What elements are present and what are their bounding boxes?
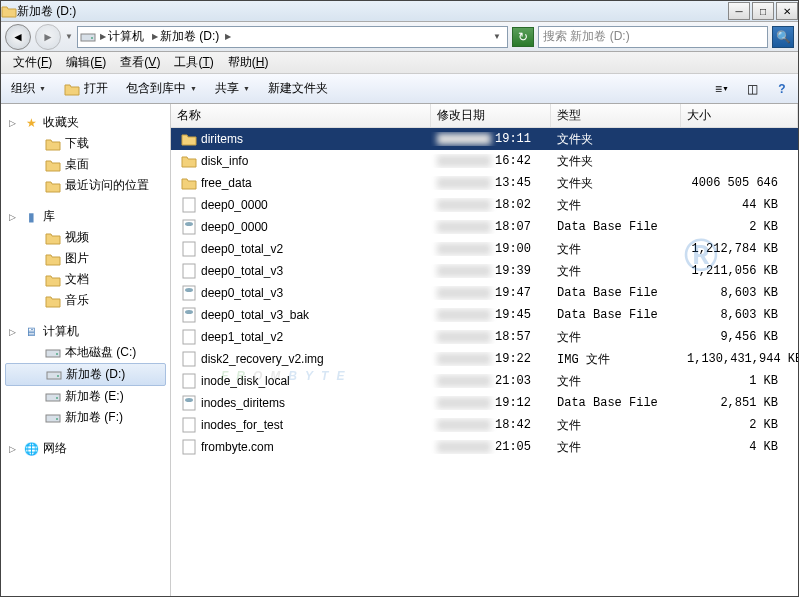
menu-f[interactable]: 文件(F) xyxy=(7,52,58,73)
preview-pane-button[interactable]: ◫ xyxy=(742,79,762,99)
file-name: deep1_total_v2 xyxy=(201,330,283,344)
file-size: 2 KB xyxy=(681,220,798,234)
sidebar-item[interactable]: 新加卷 (E:) xyxy=(1,386,170,407)
share-button[interactable]: 共享 ▼ xyxy=(211,78,254,99)
file-row[interactable]: inodes_for_test18:42文件2 KB xyxy=(171,414,798,436)
maximize-button[interactable]: □ xyxy=(752,2,774,20)
file-row[interactable]: deep0_total_v319:39文件1,211,056 KB xyxy=(171,260,798,282)
close-button[interactable]: ✕ xyxy=(776,2,798,20)
svg-rect-6 xyxy=(46,394,60,401)
file-type: 文件夹 xyxy=(551,153,681,170)
menu-t[interactable]: 工具(T) xyxy=(168,52,219,73)
menu-e[interactable]: 编辑(E) xyxy=(60,52,112,73)
sidebar-item[interactable]: 最近访问的位置 xyxy=(1,175,170,196)
file-size: 4 KB xyxy=(681,440,798,454)
file-row[interactable]: deep0_000018:07Data Base File2 KB xyxy=(171,216,798,238)
sidebar-item[interactable]: 视频 xyxy=(1,227,170,248)
column-size[interactable]: 大小 xyxy=(681,104,798,127)
file-name: deep0_total_v3_bak xyxy=(201,308,309,322)
file-type: Data Base File xyxy=(551,308,681,322)
sidebar-item[interactable]: 下载 xyxy=(1,133,170,154)
file-type: 文件 xyxy=(551,373,681,390)
file-name: deep0_total_v3 xyxy=(201,264,283,278)
file-size: 9,456 KB xyxy=(681,330,798,344)
file-type: 文件 xyxy=(551,417,681,434)
view-options-button[interactable]: ≡ ▼ xyxy=(712,79,732,99)
address-dropdown-icon[interactable]: ▼ xyxy=(489,32,505,41)
file-row[interactable]: deep0_total_v319:47Data Base File8,603 K… xyxy=(171,282,798,304)
sidebar-item[interactable]: 本地磁盘 (C:) xyxy=(1,342,170,363)
sidebar-group[interactable]: ▷▮库 xyxy=(1,206,170,227)
file-size: 44 KB xyxy=(681,198,798,212)
file-row[interactable]: diritems19:11文件夹 xyxy=(171,128,798,150)
sidebar: ▷★收藏夹下载桌面最近访问的位置▷▮库视频图片文档音乐▷🖥计算机本地磁盘 (C:… xyxy=(1,104,171,596)
sidebar-item[interactable]: 新加卷 (D:) xyxy=(5,363,166,386)
svg-rect-21 xyxy=(183,374,195,388)
sidebar-group[interactable]: ▷★收藏夹 xyxy=(1,112,170,133)
sidebar-item[interactable]: 新加卷 (F:) xyxy=(1,407,170,428)
include-library-button[interactable]: 包含到库中 ▼ xyxy=(122,78,201,99)
sidebar-group[interactable]: ▷🖥计算机 xyxy=(1,321,170,342)
organize-button[interactable]: 组织 ▼ xyxy=(7,78,50,99)
history-dropdown-icon[interactable]: ▼ xyxy=(65,32,73,41)
file-row[interactable]: deep0_total_v3_bak19:45Data Base File8,6… xyxy=(171,304,798,326)
file-type: Data Base File xyxy=(551,396,681,410)
file-type: 文件 xyxy=(551,241,681,258)
svg-point-3 xyxy=(56,353,58,355)
window-title: 新加卷 (D:) xyxy=(17,3,726,20)
sidebar-item[interactable]: 音乐 xyxy=(1,290,170,311)
file-date: 19:47 xyxy=(431,286,551,300)
file-icon xyxy=(181,307,197,323)
file-icon xyxy=(181,417,197,433)
file-name: deep0_0000 xyxy=(201,198,268,212)
svg-point-16 xyxy=(185,288,193,292)
svg-rect-25 xyxy=(183,440,195,454)
file-date: 19:00 xyxy=(431,242,551,256)
file-row[interactable]: disk2_recovery_v2.img19:22IMG 文件1,130,43… xyxy=(171,348,798,370)
help-button[interactable]: ? xyxy=(772,79,792,99)
minimize-button[interactable]: ─ xyxy=(728,2,750,20)
open-button[interactable]: 打开 xyxy=(60,78,112,99)
file-size: 1,212,784 KB xyxy=(681,242,798,256)
sidebar-item[interactable]: 文档 xyxy=(1,269,170,290)
file-size: 1,211,056 KB xyxy=(681,264,798,278)
file-row[interactable]: deep1_total_v218:57文件9,456 KB xyxy=(171,326,798,348)
file-row[interactable]: inodes_diritems19:12Data Base File2,851 … xyxy=(171,392,798,414)
breadcrumb-segment[interactable]: ▶计算机 xyxy=(96,28,148,45)
column-name[interactable]: 名称 xyxy=(171,104,431,127)
window-icon xyxy=(1,3,17,19)
back-button[interactable]: ◄ xyxy=(5,24,31,50)
file-icon xyxy=(181,219,197,235)
column-type[interactable]: 类型 xyxy=(551,104,681,127)
file-date: 19:11 xyxy=(431,132,551,146)
menu-v[interactable]: 查看(V) xyxy=(114,52,166,73)
file-row[interactable]: inode_disk_local21:03文件1 KB xyxy=(171,370,798,392)
search-button[interactable]: 🔍 xyxy=(772,26,794,48)
file-icon xyxy=(181,395,197,411)
file-row[interactable]: deep0_total_v219:00文件1,212,784 KB xyxy=(171,238,798,260)
file-icon xyxy=(181,175,197,191)
column-date[interactable]: 修改日期 xyxy=(431,104,551,127)
forward-button[interactable]: ► xyxy=(35,24,61,50)
menu-h[interactable]: 帮助(H) xyxy=(222,52,275,73)
file-row[interactable]: frombyte.com21:05文件4 KB xyxy=(171,436,798,458)
file-list[interactable]: FROMBYTE ® diritems19:11文件夹disk_info16:4… xyxy=(171,128,798,596)
svg-rect-10 xyxy=(183,198,195,212)
file-icon xyxy=(181,373,197,389)
sidebar-item[interactable]: 图片 xyxy=(1,248,170,269)
file-size: 8,603 KB xyxy=(681,308,798,322)
file-row[interactable]: free_data13:45文件夹4006 505 646 xyxy=(171,172,798,194)
address-bar[interactable]: ▶计算机 ▶新加卷 (D:)▶ ▼ xyxy=(77,26,508,48)
file-type: 文件 xyxy=(551,439,681,456)
svg-rect-2 xyxy=(46,350,60,357)
search-input[interactable]: 搜索 新加卷 (D:) xyxy=(538,26,768,48)
svg-point-9 xyxy=(56,418,58,420)
file-row[interactable]: disk_info16:42文件夹 xyxy=(171,150,798,172)
breadcrumb-segment[interactable]: ▶新加卷 (D:)▶ xyxy=(148,28,235,45)
file-row[interactable]: deep0_000018:02文件44 KB xyxy=(171,194,798,216)
sidebar-item[interactable]: 桌面 xyxy=(1,154,170,175)
new-folder-button[interactable]: 新建文件夹 xyxy=(264,78,332,99)
refresh-button[interactable]: ↻ xyxy=(512,27,534,47)
sidebar-group[interactable]: ▷🌐网络 xyxy=(1,438,170,459)
file-type: 文件 xyxy=(551,329,681,346)
